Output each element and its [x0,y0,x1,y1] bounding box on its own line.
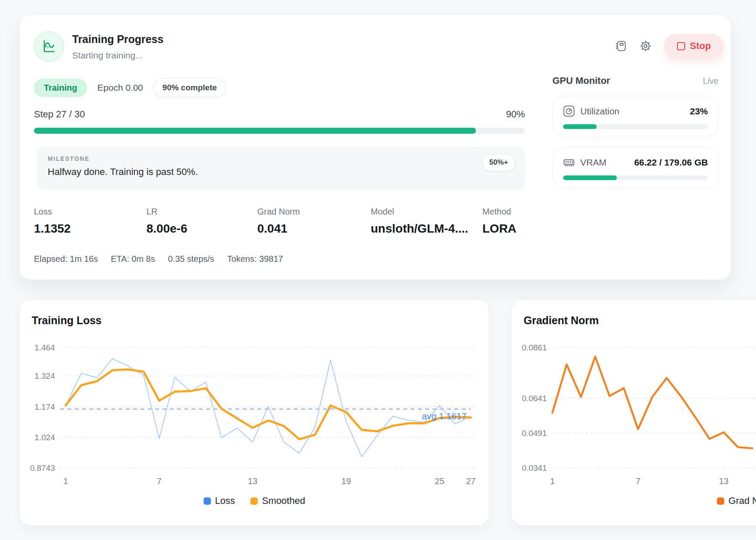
svg-text:1: 1 [550,476,555,486]
svg-text:27: 27 [466,476,476,486]
step-percent: 90% [506,109,525,120]
utilization-value: 23% [690,106,708,117]
gpu-vram-card: VRAM 66.22 / 179.06 GB [552,147,719,189]
legend-label: Loss [215,495,235,506]
gradient-norm-title: Gradient Norm [524,314,756,327]
step-progress-row: Step 27 / 30 90% [34,109,525,120]
stop-button-label: Stop [690,40,711,52]
stop-button[interactable]: Stop [664,34,724,58]
metric-label: Grad Norm [257,207,300,217]
metric-lr: LR 8.00e-6 [146,207,187,236]
training-loss-card: Training Loss 1.4641.3241.1741.0240.8743… [19,299,489,526]
training-progress-card: Training Progress Starting training... S… [19,15,731,280]
metric-label: Method [482,207,516,217]
svg-text:0.0491: 0.0491 [522,429,547,438]
legend-item-smoothed[interactable]: Smoothed [250,495,305,506]
epoch-label: Epoch 0.00 [98,83,143,93]
gpu-monitor-title: GPU Monitor [552,75,610,86]
logs-notebook-icon[interactable] [614,40,627,52]
metric-label: Loss [34,207,71,217]
gpu-utilization-card: Utilization 23% [552,96,719,138]
ram-icon [563,156,575,168]
metric-model: Model unsloth/GLM-4.... [371,207,468,236]
svg-text:1.024: 1.024 [34,433,55,442]
training-status-badge: Training [34,79,87,97]
svg-text:0.0641: 0.0641 [522,394,547,403]
grad-norm-swatch [717,497,724,505]
milestone-badge: 50%+ [482,154,515,171]
training-progress-bar [34,128,525,134]
svg-text:0.0341: 0.0341 [522,463,547,472]
metric-value: 8.00e-6 [146,222,187,236]
legend-label: Smoothed [262,495,305,506]
settings-gear-icon[interactable] [639,40,652,52]
smoothed-swatch [250,497,258,505]
training-chart-icon [34,31,64,61]
vram-label: VRAM [580,157,628,168]
svg-text:1.464: 1.464 [34,343,55,352]
svg-text:1.324: 1.324 [34,371,55,380]
milestone-banner: MILESTONE Halfway done. Training is past… [37,147,525,190]
svg-text:1: 1 [63,476,68,486]
utilization-bar-fill [563,124,597,129]
metric-label: LR [146,207,187,217]
percent-complete-badge: 90% complete [153,78,226,97]
vram-bar [563,175,708,180]
tokens-stat: Tokens: 39817 [227,254,283,264]
svg-text:0.8743: 0.8743 [30,463,55,472]
gpu-monitor-panel: GPU Monitor Live Utilization 23% [552,75,719,189]
svg-text:13: 13 [719,476,729,486]
eta-stat: ETA: 0m 8s [111,254,155,264]
utilization-label: Utilization [580,106,684,117]
status-subtitle: Starting training... [72,50,143,61]
metric-method: Method LORA [482,207,516,236]
training-loss-title: Training Loss [32,314,477,327]
legend-label: Grad Norm [729,495,756,506]
vram-value: 66.22 / 179.06 GB [634,157,708,168]
svg-text:13: 13 [248,476,257,486]
metric-grad-norm: Grad Norm 0.041 [257,207,300,236]
svg-text:7: 7 [636,476,640,486]
training-loss-legend: Loss Smoothed [32,495,477,506]
gauge-icon [563,105,575,117]
gradient-norm-legend: Grad Norm [524,495,756,506]
steps-per-sec-stat: 0.35 steps/s [168,254,214,264]
metric-value: unsloth/GLM-4.... [371,222,468,236]
page-title: Training Progress [72,33,164,46]
svg-text:avg 1.1617: avg 1.1617 [422,411,466,421]
metric-label: Model [371,207,468,217]
training-loss-chart: 1.4641.3241.1741.0240.87431713192527avg … [32,333,483,490]
svg-text:7: 7 [157,476,162,486]
metric-value: 0.041 [257,222,300,236]
header-actions: Stop [614,34,724,58]
metric-value: 1.1352 [34,222,71,236]
legend-item-loss[interactable]: Loss [204,495,235,506]
milestone-message: Halfway done. Training is past 50%. [48,166,514,178]
svg-text:0.0861: 0.0861 [522,343,547,352]
gpu-live-indicator: Live [703,76,719,86]
vram-bar-fill [563,175,617,180]
runtime-stats-row: Elapsed: 1m 16s ETA: 0m 8s 0.35 steps/s … [34,254,283,264]
stop-icon [677,42,685,50]
status-row: Training Epoch 0.00 90% complete [34,78,226,97]
gradient-norm-card: Gradient Norm 0.08610.06410.04910.034117… [511,299,756,526]
loss-swatch [204,497,211,505]
gradient-norm-chart: 0.08610.06410.04910.034117131925 [524,333,756,490]
milestone-label: MILESTONE [48,155,514,162]
step-counter: Step 27 / 30 [34,109,85,120]
training-progress-bar-fill [34,128,476,134]
svg-text:1.174: 1.174 [34,402,55,411]
metric-value: LORA [482,222,516,236]
utilization-bar [563,124,708,129]
metric-loss: Loss 1.1352 [34,207,71,236]
legend-item-grad-norm[interactable]: Grad Norm [717,495,756,506]
elapsed-stat: Elapsed: 1m 16s [34,254,98,264]
svg-text:19: 19 [341,476,351,486]
svg-text:25: 25 [435,476,444,486]
